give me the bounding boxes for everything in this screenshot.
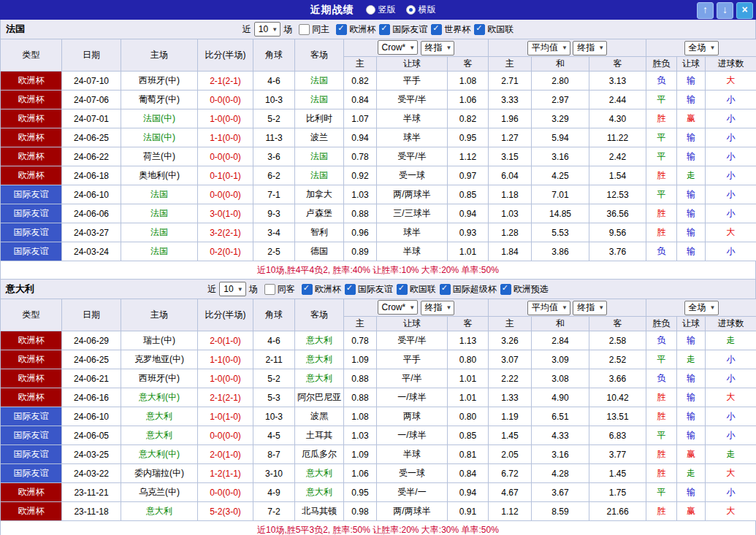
league-checkbox[interactable]: 欧国联 <box>474 23 513 36</box>
cell-avg-draw: 4.25 <box>532 166 589 185</box>
league-checkbox[interactable]: 欧国联 <box>397 283 436 296</box>
cell-result: 平 <box>646 185 677 204</box>
cell-score: 2-1(2-1) <box>198 388 253 407</box>
cell-avg-away: 3.77 <box>589 445 646 464</box>
average-select[interactable]: 平均值▼ <box>527 301 570 315</box>
cell-avg-home: 1.33 <box>489 388 532 407</box>
cell-score: 1-2(1-1) <box>198 464 253 483</box>
cell-avg-home: 6.04 <box>489 166 532 185</box>
match-count-select[interactable]: 10 ▼ <box>254 22 280 36</box>
checkbox-unchecked-icon[interactable] <box>264 284 275 295</box>
cell-home-team: 奥地利(中) <box>121 166 198 185</box>
cell-away-team: 意大利 <box>295 483 344 502</box>
cell-handicap-result: 赢 <box>677 445 706 464</box>
cell-avg-away: 3.76 <box>589 242 646 261</box>
cell-goals-result: 大 <box>706 502 756 521</box>
checkbox-checked-icon[interactable] <box>336 24 347 35</box>
league-checkbox[interactable]: 欧洲预选 <box>500 283 549 296</box>
match-row: 欧洲杯24-06-21西班牙(中)1-0(0-0)5-2意大利0.88平/半1.… <box>1 369 756 388</box>
cell-handicap: 受半/一 <box>377 483 448 502</box>
scope-select[interactable]: 全场▼ <box>684 301 719 315</box>
checkbox-checked-icon[interactable] <box>302 284 313 295</box>
average-final-select[interactable]: 终指▼ <box>573 41 607 55</box>
same-venue-checkbox[interactable]: 同主 <box>299 23 329 36</box>
cell-avg-draw: 4.33 <box>532 426 589 445</box>
average-odds-group: 平均值▼ 终指▼ <box>489 299 646 317</box>
cell-handicap-result: 输 <box>677 223 706 242</box>
league-checkbox[interactable]: 欧洲杯 <box>302 283 341 296</box>
chevron-down-icon: ▼ <box>446 304 452 311</box>
cell-type: 欧洲杯 <box>1 72 62 91</box>
league-checkbox[interactable]: 世界杯 <box>431 23 470 36</box>
cell-date: 24-06-16 <box>62 388 121 407</box>
col-handicap-result: 让球 <box>677 317 706 331</box>
move-down-button[interactable]: ↓ <box>717 2 733 19</box>
cell-date: 24-06-10 <box>62 407 121 426</box>
col-odds-home: 主 <box>344 57 377 72</box>
same-venue-checkbox[interactable]: 同客 <box>264 283 295 296</box>
cell-odds-away: 0.82 <box>448 109 489 128</box>
layout-radio-vertical[interactable]: 竖版 <box>366 4 396 16</box>
close-button[interactable]: × <box>736 2 753 19</box>
chevron-down-icon: ▼ <box>598 304 604 311</box>
match-row: 欧洲杯24-06-18奥地利(中)0-1(0-1)6-2法国0.92受一球0.9… <box>1 166 756 185</box>
cell-avg-away: 36.56 <box>589 204 646 223</box>
cell-handicap: 受平/半 <box>377 147 448 166</box>
cell-score: 1-1(0-0) <box>198 350 253 369</box>
cell-home-team: 西班牙(中) <box>121 72 198 91</box>
cell-avg-draw: 2.80 <box>532 72 589 91</box>
cell-date: 24-03-27 <box>62 223 121 242</box>
cell-score: 5-2(3-0) <box>198 502 253 521</box>
bookmaker-select[interactable]: Crow*▼ <box>378 300 419 315</box>
cell-corner: 4-6 <box>253 331 295 350</box>
checkbox-unchecked-icon[interactable] <box>299 24 310 35</box>
cell-handicap: 一/球半 <box>377 388 448 407</box>
cell-away-team: 意大利 <box>295 350 344 369</box>
league-checkbox[interactable]: 国际超级杯 <box>440 283 497 296</box>
checkbox-checked-icon[interactable] <box>500 284 511 295</box>
layout-radio-horizontal[interactable]: 横版 <box>406 4 436 16</box>
radio-unselected-icon[interactable] <box>366 5 375 15</box>
checkbox-checked-icon[interactable] <box>474 24 485 35</box>
cell-away-team: 厄瓜多尔 <box>295 445 344 464</box>
cell-result: 平 <box>646 483 677 502</box>
cell-avg-home: 1.18 <box>489 185 532 204</box>
cell-date: 24-06-21 <box>62 369 121 388</box>
move-up-button[interactable]: ↑ <box>697 2 714 19</box>
average-final-select[interactable]: 终指▼ <box>573 301 607 315</box>
cell-avg-away: 2.42 <box>589 147 646 166</box>
cell-handicap: 两/两球半 <box>377 185 448 204</box>
cell-handicap: 半球 <box>377 109 448 128</box>
cell-corner: 7-1 <box>253 185 295 204</box>
cell-home-team: 法国 <box>121 204 198 223</box>
cell-score: 0-1(0-1) <box>198 166 253 185</box>
cell-result: 胜 <box>646 204 677 223</box>
cell-handicap-result: 输 <box>677 388 706 407</box>
cell-away-team: 法国 <box>295 166 344 185</box>
cell-avg-draw: 3.86 <box>532 242 589 261</box>
bookmaker-select[interactable]: Crow*▼ <box>378 40 419 55</box>
cell-away-team: 意大利 <box>295 369 344 388</box>
cell-result: 平 <box>646 147 677 166</box>
checkbox-checked-icon[interactable] <box>431 24 442 35</box>
average-select[interactable]: 平均值▼ <box>527 41 570 55</box>
league-label: 世界杯 <box>444 23 470 36</box>
col-avg-away: 客 <box>589 57 646 72</box>
league-checkbox[interactable]: 欧洲杯 <box>336 23 375 36</box>
checkbox-checked-icon[interactable] <box>440 284 451 295</box>
cell-avg-away: 21.66 <box>589 502 646 521</box>
bookmaker-final-select[interactable]: 终指▼ <box>421 301 455 315</box>
league-checkbox[interactable]: 国际友谊 <box>345 283 393 296</box>
cell-handicap-result: 走 <box>677 464 706 483</box>
checkbox-checked-icon[interactable] <box>397 284 408 295</box>
checkbox-checked-icon[interactable] <box>379 24 390 35</box>
league-checkbox[interactable]: 国际友谊 <box>379 23 427 36</box>
bookmaker-final-select[interactable]: 终指▼ <box>421 41 455 55</box>
checkbox-checked-icon[interactable] <box>345 284 356 295</box>
chevron-down-icon: ▼ <box>446 45 452 51</box>
radio-selected-icon[interactable] <box>406 5 416 15</box>
cell-handicap: 受平/半 <box>377 331 448 350</box>
cell-score: 2-0(1-0) <box>198 445 253 464</box>
match-count-select[interactable]: 10 ▼ <box>219 282 245 296</box>
scope-select[interactable]: 全场▼ <box>684 41 719 55</box>
